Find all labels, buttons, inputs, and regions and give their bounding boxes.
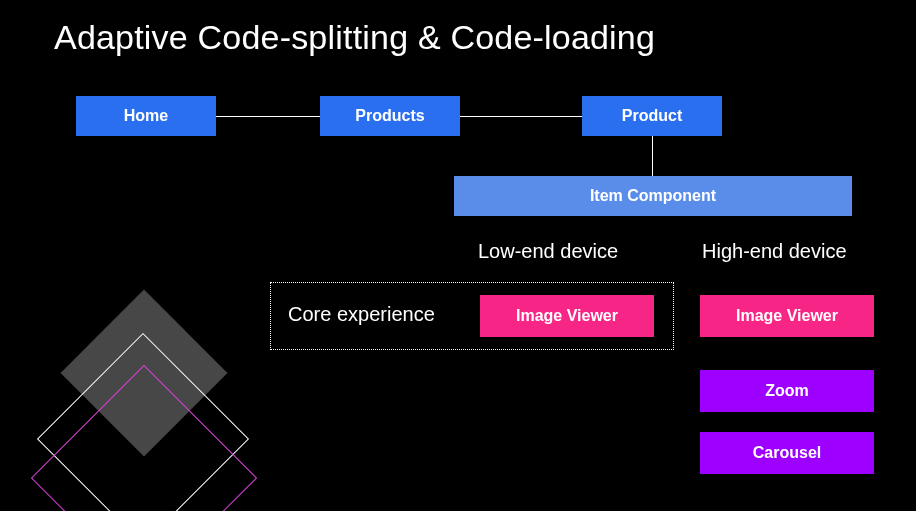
module-carousel: Carousel	[700, 432, 874, 474]
connector-home-products	[216, 116, 320, 117]
module-image-viewer-high: Image Viewer	[700, 295, 874, 337]
heading-low-end: Low-end device	[478, 240, 618, 263]
node-product: Product	[582, 96, 722, 136]
connector-product-down	[652, 136, 653, 176]
diagram-stage: Adaptive Code-splitting & Code-loading H…	[0, 0, 916, 511]
layers-icon	[22, 300, 242, 511]
label-core-experience: Core experience	[288, 303, 435, 326]
module-zoom: Zoom	[700, 370, 874, 412]
node-products: Products	[320, 96, 460, 136]
connector-products-product	[460, 116, 582, 117]
node-item-component: Item Component	[454, 176, 852, 216]
heading-high-end: High-end device	[702, 240, 847, 263]
node-home: Home	[76, 96, 216, 136]
module-image-viewer-low: Image Viewer	[480, 295, 654, 337]
page-title: Adaptive Code-splitting & Code-loading	[54, 18, 655, 57]
